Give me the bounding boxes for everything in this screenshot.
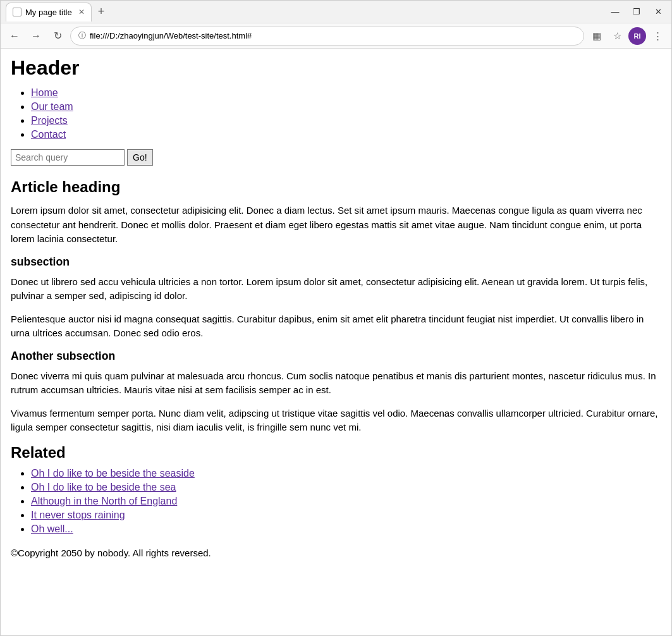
- screenshot-icon: ▦: [592, 30, 601, 42]
- bookmark-button[interactable]: ☆: [608, 27, 626, 45]
- list-item: Oh I do like to be beside the seaside: [31, 468, 661, 479]
- nav-item-contact: Contact: [31, 129, 661, 140]
- subsection-1-para-1: Donec ut librero sed accu vehicula ultri…: [11, 275, 661, 303]
- screenshot-icon-button[interactable]: ▦: [588, 27, 606, 45]
- footer-text: ©Copyright 2050 by nobody. All rights re…: [11, 547, 661, 558]
- list-item: Oh I do like to be beside the sea: [31, 482, 661, 493]
- minimize-button[interactable]: —: [607, 6, 623, 18]
- list-item: It never stops raining: [31, 510, 661, 521]
- menu-button[interactable]: ⋮: [649, 27, 666, 45]
- url-box[interactable]: ⓘ file:///D:/zhaoyingjun/Web/test-site/t…: [70, 27, 584, 46]
- tab-icon: [13, 8, 21, 16]
- profile-avatar[interactable]: RI: [628, 27, 646, 45]
- new-tab-button[interactable]: +: [94, 5, 109, 18]
- article-heading: Article heading: [11, 178, 661, 196]
- minimize-icon: —: [611, 7, 620, 16]
- list-item: Although in the North of England: [31, 496, 661, 507]
- profile-initials: RI: [634, 32, 641, 40]
- reload-icon: ↻: [54, 30, 62, 42]
- related-heading: Related: [11, 444, 661, 462]
- list-item: Oh well...: [31, 523, 661, 535]
- related-link-4[interactable]: Oh well...: [31, 523, 73, 534]
- related-list: Oh I do like to be beside the seaside Oh…: [11, 468, 661, 535]
- subsection-1-para-2: Pelientesque auctor nisi id magna conseq…: [11, 312, 661, 341]
- subsection-2-para-2: Vivamus fermentum semper porta. Nunc dia…: [11, 407, 661, 435]
- forward-icon: →: [31, 30, 41, 42]
- search-button[interactable]: Go!: [127, 149, 153, 166]
- window-controls: — ❐ ✕: [607, 6, 666, 18]
- related-link-2[interactable]: Although in the North of England: [31, 496, 177, 506]
- search-form: Go!: [11, 149, 661, 166]
- search-input[interactable]: [11, 149, 125, 166]
- menu-icon: ⋮: [653, 30, 663, 42]
- tab-close-icon[interactable]: ✕: [78, 8, 85, 16]
- forward-button[interactable]: →: [27, 27, 45, 45]
- related-link-3[interactable]: It never stops raining: [31, 510, 125, 520]
- browser-tab[interactable]: My page title ✕: [6, 3, 92, 21]
- tab-title: My page title: [25, 8, 72, 17]
- subsection-2: Another subsection Donec viverra mi quis…: [11, 350, 661, 435]
- nav-link-home[interactable]: Home: [31, 87, 58, 98]
- related-section: Related Oh I do like to be beside the se…: [11, 444, 661, 535]
- page-footer: ©Copyright 2050 by nobody. All rights re…: [11, 547, 661, 558]
- star-icon: ☆: [613, 30, 621, 42]
- subsection-2-heading: Another subsection: [11, 350, 661, 363]
- close-icon: ✕: [655, 7, 662, 16]
- nav-link-projects[interactable]: Projects: [31, 115, 68, 126]
- article-intro: Lorem ipsum dolor sit amet, consectetur …: [11, 204, 661, 247]
- address-bar: ← → ↻ ⓘ file:///D:/zhaoyingjun/Web/test-…: [1, 23, 671, 49]
- related-link-1[interactable]: Oh I do like to be beside the sea: [31, 482, 176, 492]
- reload-button[interactable]: ↻: [49, 27, 66, 45]
- page-header: Header: [11, 56, 661, 80]
- nav-item-home: Home: [31, 87, 661, 99]
- title-bar: My page title ✕ + — ❐ ✕: [1, 1, 671, 23]
- related-link-0[interactable]: Oh I do like to be beside the seaside: [31, 468, 195, 479]
- subsection-1: subsection Donec ut librero sed accu veh…: [11, 255, 661, 341]
- subsection-2-para-1: Donec viverra mi quis quam pulvinar at m…: [11, 369, 661, 398]
- nav-link-contact[interactable]: Contact: [31, 129, 66, 140]
- page-title: Header: [11, 56, 661, 80]
- nav-link-our-team[interactable]: Our team: [31, 101, 73, 112]
- close-button[interactable]: ✕: [650, 6, 666, 18]
- address-actions: ▦ ☆ RI ⋮: [588, 27, 666, 45]
- restore-icon: ❐: [633, 7, 640, 16]
- url-text: file:///D:/zhaoyingjun/Web/test-site/tes…: [90, 31, 576, 40]
- main-article: Article heading Lorem ipsum dolor sit am…: [11, 178, 661, 435]
- page-content: Header Home Our team Projects Contact G: [1, 49, 671, 635]
- lock-icon: ⓘ: [78, 30, 86, 41]
- subsection-1-heading: subsection: [11, 255, 661, 269]
- main-nav: Home Our team Projects Contact: [11, 87, 661, 140]
- back-button[interactable]: ←: [6, 27, 23, 45]
- nav-item-projects: Projects: [31, 115, 661, 126]
- restore-button[interactable]: ❐: [628, 6, 645, 18]
- nav-item-our-team: Our team: [31, 101, 661, 113]
- back-icon: ←: [9, 30, 20, 42]
